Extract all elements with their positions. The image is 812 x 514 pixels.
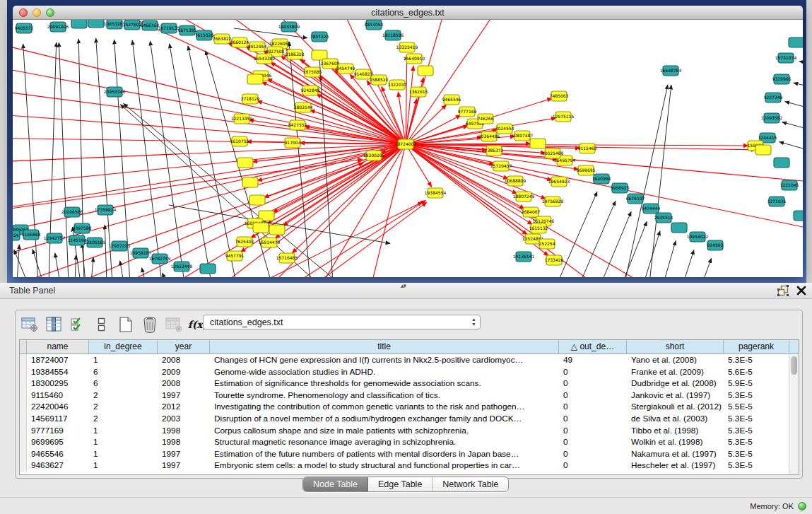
table-cell[interactable]: 2012: [158, 401, 210, 413]
table-cell[interactable]: 22420046: [27, 401, 89, 413]
table-cell[interactable]: Genome-wide association studies in ADHD.: [210, 366, 559, 378]
table-cell[interactable]: Wolkin et al. (1998): [627, 436, 724, 448]
table-cell[interactable]: 1: [89, 448, 158, 460]
table-cell[interactable]: 1997: [158, 390, 210, 402]
table-panel-header[interactable]: ▴▾ Table Panel: [0, 283, 812, 299]
tab-network-table[interactable]: Network Table: [433, 477, 508, 491]
graph-edge[interactable]: [251, 144, 406, 238]
table-cell[interactable]: Tourette syndrome. Phenomenology and cla…: [210, 390, 559, 402]
graph-edge[interactable]: [406, 20, 508, 144]
graph-node[interactable]: [237, 158, 253, 168]
table-cell[interactable]: 2008: [158, 354, 210, 366]
graph-edge[interactable]: [91, 257, 93, 277]
table-cell[interactable]: 0: [559, 390, 627, 402]
table-cell[interactable]: 0: [559, 448, 627, 460]
table-row[interactable]: 969969511998Structural magnetic resonanc…: [20, 436, 799, 448]
table-cell[interactable]: Estimation of the future numbers of pati…: [210, 448, 559, 460]
table-cell[interactable]: 5.3E-5: [724, 354, 789, 366]
table-cell[interactable]: 5.9E-5: [724, 378, 789, 390]
graph-edge[interactable]: [28, 144, 406, 277]
table-cell[interactable]: 2009: [158, 366, 210, 378]
delete-table-button[interactable]: [164, 315, 183, 334]
table-cell[interactable]: 1: [89, 354, 158, 366]
table-cell[interactable]: 9115460: [27, 390, 89, 402]
scrollbar-thumb[interactable]: [791, 356, 797, 375]
column-header-in_degree[interactable]: in_degree: [89, 340, 158, 354]
graph-node[interactable]: [247, 74, 263, 84]
graph-node[interactable]: [418, 66, 433, 76]
table-row[interactable]: 1456911722003Disruption of a novel membe…: [20, 413, 799, 425]
graph-edge[interactable]: [558, 192, 597, 277]
table-cell[interactable]: Estimation of significance thresholds fo…: [210, 378, 559, 390]
graph-edge[interactable]: [13, 144, 406, 237]
table-cell[interactable]: 0: [559, 436, 627, 448]
graph-edge[interactable]: [649, 85, 671, 277]
graph-node[interactable]: [530, 139, 546, 148]
graph-edge[interactable]: [13, 39, 406, 144]
table-cell[interactable]: 0: [559, 401, 627, 413]
table-options-button[interactable]: [20, 315, 39, 334]
table-cell[interactable]: 9699695: [27, 436, 89, 448]
graph-node[interactable]: [249, 195, 265, 205]
table-cell[interactable]: Changes of HCN gene expression and I(f) …: [210, 354, 559, 366]
table-cell[interactable]: 18724007: [27, 354, 89, 366]
table-cell[interactable]: 19384554: [27, 366, 89, 378]
graph-edge[interactable]: [188, 46, 236, 277]
table-cell[interactable]: Embryonic stem cells: a model to study s…: [210, 460, 559, 472]
table-cell[interactable]: 1: [89, 436, 158, 448]
table-cell[interactable]: 2008: [158, 378, 210, 390]
table-cell[interactable]: 9777169: [27, 425, 89, 437]
network-view-window[interactable]: citations_edges.txt 94055722069140610653…: [13, 6, 803, 277]
table-cell[interactable]: Stergiakouli et al. (2012): [627, 401, 724, 413]
graph-node[interactable]: [671, 223, 687, 233]
table-row[interactable]: 1938455462009Genome-wide association stu…: [20, 366, 799, 378]
graph-edge[interactable]: [580, 201, 616, 277]
toggle-view-button[interactable]: [92, 315, 111, 334]
graph-edge[interactable]: [14, 250, 28, 277]
table-cell[interactable]: Tibbo et al. (1998): [627, 425, 724, 437]
table-cell[interactable]: Investigating the contribution of common…: [210, 401, 559, 413]
table-cell[interactable]: 6: [89, 378, 158, 390]
table-cell[interactable]: 5.3E-5: [724, 413, 789, 425]
graph-edge[interactable]: [13, 64, 406, 144]
table-cell[interactable]: Corpus callosum shape and size in male p…: [210, 425, 559, 437]
graph-edge[interactable]: [55, 253, 60, 277]
graph-node[interactable]: [71, 20, 87, 28]
column-header-year[interactable]: year: [158, 340, 210, 354]
graph-edge[interactable]: [625, 85, 668, 277]
column-header-short[interactable]: short: [627, 340, 724, 354]
graph-node[interactable]: [794, 211, 803, 221]
table-cell[interactable]: 1997: [158, 448, 210, 460]
graph-node[interactable]: [755, 145, 771, 155]
graph-node[interactable]: [269, 225, 285, 235]
table-cell[interactable]: 9465546: [27, 448, 89, 460]
graph-edge[interactable]: [683, 250, 694, 277]
table-cell[interactable]: 9463627: [27, 460, 89, 472]
select-rows-button[interactable]: [68, 315, 87, 334]
close-panel-icon[interactable]: [796, 286, 806, 296]
table-cell[interactable]: 1997: [158, 460, 210, 472]
column-header-pagerank[interactable]: pagerank: [724, 340, 789, 354]
graph-edge[interactable]: [170, 44, 211, 277]
graph-edge[interactable]: [799, 62, 803, 67]
table-row[interactable]: 2242004622012Investigating the contribut…: [20, 401, 799, 413]
table-cell[interactable]: 2003: [158, 413, 210, 425]
graph-edge[interactable]: [292, 144, 406, 253]
graph-edge[interactable]: [779, 142, 803, 157]
column-header-out_de[interactable]: △ out_de…: [559, 340, 627, 354]
table-cell[interactable]: 1: [89, 460, 158, 472]
graph-edge[interactable]: [782, 122, 803, 136]
graph-edge[interactable]: [249, 120, 406, 144]
table-row[interactable]: 1872400712008Changes of HCN gene express…: [20, 354, 799, 366]
table-cell[interactable]: Structural magnetic resonance image aver…: [210, 436, 559, 448]
table-cell[interactable]: 0: [559, 460, 627, 472]
splitter-handle[interactable]: ▴▾: [401, 282, 406, 289]
table-cell[interactable]: 5.6E-5: [724, 366, 789, 378]
table-cell[interactable]: 5.3E-5: [724, 448, 789, 460]
table-cell[interactable]: 5.5E-5: [724, 401, 789, 413]
table-cell[interactable]: 0: [559, 366, 627, 378]
network-canvas[interactable]: 9405572206914061065328715276026466160107…: [13, 20, 803, 277]
table-row[interactable]: 1830029562008Estimation of significance …: [20, 378, 799, 390]
table-cell[interactable]: 1998: [158, 425, 210, 437]
vertical-scrollbar[interactable]: [789, 355, 798, 475]
